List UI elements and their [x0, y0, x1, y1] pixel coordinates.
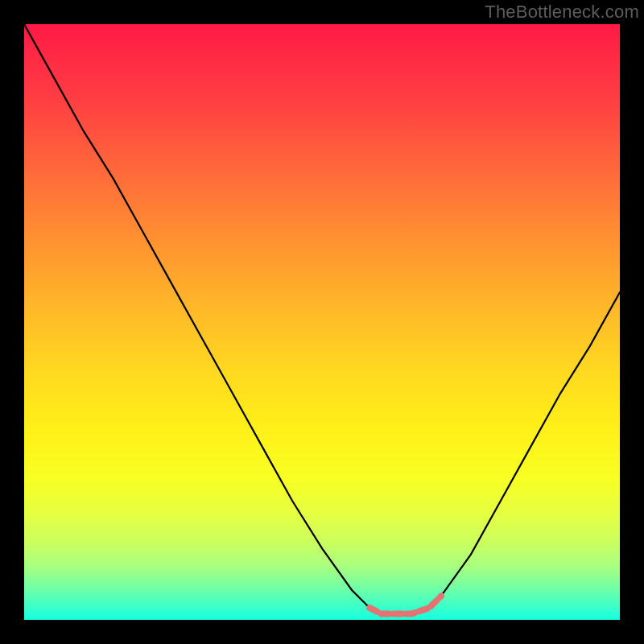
bottleneck-curve-line	[24, 24, 620, 614]
chart-frame: TheBottleneck.com	[0, 0, 644, 644]
chart-svg	[24, 24, 620, 620]
highlight-segment	[369, 596, 441, 613]
watermark-text: TheBottleneck.com	[485, 2, 639, 23]
